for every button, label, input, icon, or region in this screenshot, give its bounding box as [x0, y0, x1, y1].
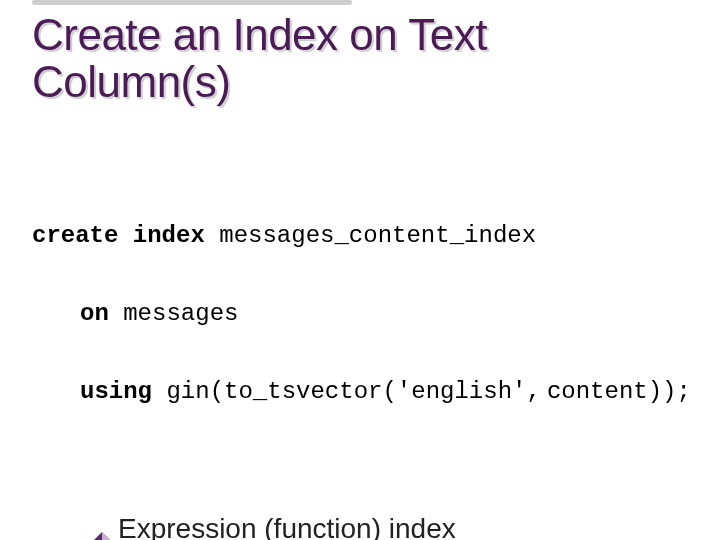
code-line-3: using gin(to_tsvector('english',content)… [32, 379, 694, 405]
code-line-1: create index messages_content_index [32, 223, 694, 249]
table-name: messages [123, 300, 238, 327]
slide-title: Create an Index on Text Column(s) [32, 12, 694, 105]
bullet-text: Expression (function) index [118, 510, 694, 540]
svg-marker-1 [102, 532, 110, 540]
title-accent-bar [32, 0, 352, 5]
index-name: messages_content_index [219, 222, 536, 249]
func-open: gin(to_tsvector('english', [166, 378, 540, 405]
bullet-pre: Expression (function) index [118, 513, 456, 540]
bullet-item: Expression (function) index [32, 510, 694, 540]
kw-create-index: create index [32, 222, 205, 249]
code-block: create index messages_content_index on m… [32, 171, 694, 456]
diamond-bullet-icon [94, 520, 110, 540]
slide: Create an Index on Text Column(s) create… [0, 0, 720, 540]
kw-on: on [80, 300, 109, 327]
kw-using: using [80, 378, 152, 405]
func-close: content)); [547, 378, 691, 405]
code-line-2: on messages [32, 301, 694, 327]
bullet-list: Expression (function) index The language… [32, 510, 694, 540]
